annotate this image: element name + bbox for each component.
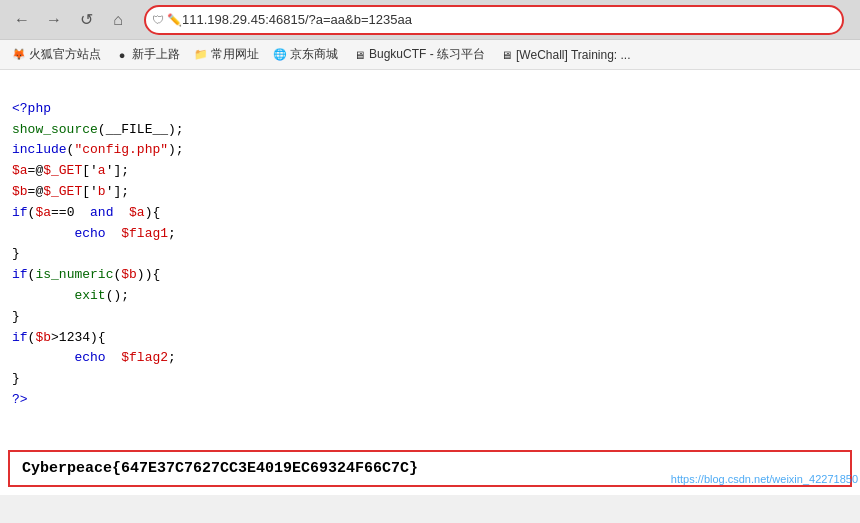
bookmark-firefox-label: 火狐官方站点 bbox=[29, 46, 101, 63]
code-if2: if bbox=[12, 267, 28, 282]
bookmark-newbie[interactable]: ● 新手上路 bbox=[109, 43, 186, 66]
php-open-tag: <?php bbox=[12, 101, 51, 116]
wechall-icon: 🖥 bbox=[499, 48, 513, 62]
newbie-icon: ● bbox=[115, 48, 129, 62]
code-brace2: } bbox=[12, 309, 20, 324]
bookmarks-bar: 🦊 火狐官方站点 ● 新手上路 📁 常用网址 🌐 京东商城 🖥 BugkuCTF… bbox=[0, 40, 860, 70]
code-varb: $b bbox=[12, 184, 28, 199]
code-if3: if bbox=[12, 330, 28, 345]
bookmark-bugku[interactable]: 🖥 BugkuCTF - 练习平台 bbox=[346, 43, 491, 66]
address-bar-wrapper: 🛡 ✏️ bbox=[144, 5, 844, 35]
bookmark-common[interactable]: 📁 常用网址 bbox=[188, 43, 265, 66]
bookmark-wechall[interactable]: 🖥 [WeChall] Training: ... bbox=[493, 45, 637, 65]
code-line2: show_source bbox=[12, 122, 98, 137]
address-input[interactable] bbox=[144, 5, 844, 35]
bookmark-common-label: 常用网址 bbox=[211, 46, 259, 63]
code-if1: if bbox=[12, 205, 28, 220]
page-content: <?php show_source(__FILE__); include("co… bbox=[0, 70, 860, 495]
browser-navbar: ← → ↺ ⌂ 🛡 ✏️ bbox=[0, 0, 860, 40]
bookmark-wechall-label: [WeChall] Training: ... bbox=[516, 48, 631, 62]
flag-value: Cyberpeace{647E37C7627CC3E4019EC69324F66… bbox=[22, 460, 418, 477]
code-exit bbox=[12, 288, 74, 303]
bookmark-firefox[interactable]: 🦊 火狐官方站点 bbox=[6, 43, 107, 66]
bookmark-jd-label: 京东商城 bbox=[290, 46, 338, 63]
bookmark-jd[interactable]: 🌐 京东商城 bbox=[267, 43, 344, 66]
forward-button[interactable]: → bbox=[40, 6, 68, 34]
php-source-code: <?php show_source(__FILE__); include("co… bbox=[12, 78, 848, 432]
bookmark-bugku-label: BugkuCTF - 练习平台 bbox=[369, 46, 485, 63]
back-button[interactable]: ← bbox=[8, 6, 36, 34]
home-button[interactable]: ⌂ bbox=[104, 6, 132, 34]
code-echo1 bbox=[12, 226, 74, 241]
watermark: https://blog.csdn.net/weixin_42271850 bbox=[671, 473, 858, 485]
code-vara: $a bbox=[12, 163, 28, 178]
code-echo2 bbox=[12, 350, 74, 365]
firefox-icon: 🦊 bbox=[12, 48, 26, 62]
code-include: include bbox=[12, 142, 67, 157]
bookmark-newbie-label: 新手上路 bbox=[132, 46, 180, 63]
code-brace3: } bbox=[12, 371, 20, 386]
php-close-tag: ?> bbox=[12, 392, 28, 407]
bugku-icon: 🖥 bbox=[352, 48, 366, 62]
globe-icon: 🌐 bbox=[273, 48, 287, 62]
code-brace1: } bbox=[12, 246, 20, 261]
refresh-button[interactable]: ↺ bbox=[72, 6, 100, 34]
folder-icon: 📁 bbox=[194, 48, 208, 62]
